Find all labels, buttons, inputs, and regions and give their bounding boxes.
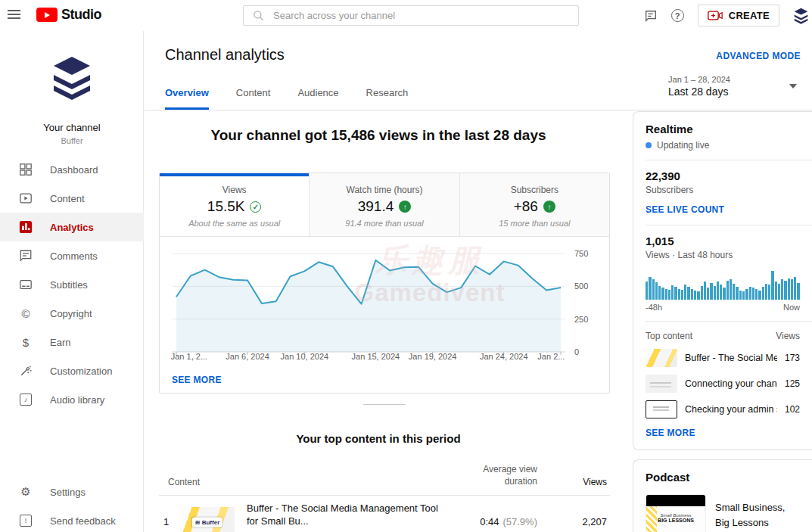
top-bar: Studio ? CREATE xyxy=(0,0,812,31)
arrow-up-icon: ↑ xyxy=(399,201,411,213)
channel-avatar[interactable] xyxy=(0,55,144,101)
video-views: 2,207 xyxy=(537,516,607,527)
video-thumbnail: ≋ Buffer xyxy=(180,507,235,532)
podcast-item[interactable]: Small Business BIG LESSONS Small Busines… xyxy=(646,494,800,532)
dollar-icon: $ xyxy=(18,334,33,350)
top-content-table: Content Average view duration Views 1 ≋ … xyxy=(159,457,610,532)
analytics-tabs: Overview Content Audience Research xyxy=(165,87,408,110)
line-chart-svg xyxy=(172,241,565,356)
analytics-header: Channel analytics ADVANCED MODE Overview… xyxy=(144,31,812,110)
youtube-play-icon xyxy=(36,8,58,22)
arrow-up-icon: ↑ xyxy=(543,201,555,213)
column-avg-duration[interactable]: Average view duration xyxy=(448,463,537,487)
views-48h-count: 1,015 xyxy=(646,235,800,247)
music-note-icon: ♪ xyxy=(18,392,33,407)
subscriber-count: 22,390 xyxy=(646,170,800,182)
copyright-icon: © xyxy=(18,306,33,321)
realtime-bar-chart xyxy=(646,269,800,300)
video-thumbnail xyxy=(646,349,677,367)
check-circle-icon: ✓ xyxy=(250,201,261,213)
views-label: Views xyxy=(776,331,800,341)
see-live-count-link[interactable]: SEE LIVE COUNT xyxy=(646,204,724,215)
magic-wand-icon xyxy=(18,363,33,378)
metric-views[interactable]: Views 15.5K✓ About the same as usual xyxy=(160,173,309,236)
top-content-label: Top content xyxy=(646,331,692,341)
subscribers-label: Subscribers xyxy=(646,185,800,195)
podcast-card: Podcast Small Business BIG LESSONS Small… xyxy=(633,459,812,532)
column-content[interactable]: Content xyxy=(168,477,448,487)
sidebar-item-earn[interactable]: $ Earn xyxy=(0,328,144,356)
metric-watch-time[interactable]: Watch time (hours) 391.4↑ 91.4 more than… xyxy=(309,173,459,236)
create-button[interactable]: CREATE xyxy=(698,5,779,26)
sidebar-item-content[interactable]: Content xyxy=(0,184,144,213)
date-range: Jan 1 – 28, 2024 xyxy=(668,75,730,84)
feedback-icon[interactable] xyxy=(644,9,658,23)
list-item[interactable]: Buffer - The Social Medi... 173 xyxy=(646,349,800,367)
comments-icon xyxy=(18,248,33,263)
podcast-title: Podcast xyxy=(646,471,800,484)
see-more-link[interactable]: SEE MORE xyxy=(160,366,234,394)
sidebar-item-comments[interactable]: Comments xyxy=(0,241,144,270)
help-icon[interactable]: ? xyxy=(671,9,684,22)
sidebar-item-send-feedback[interactable]: ! Send feedback xyxy=(0,506,144,532)
account-avatar[interactable] xyxy=(793,8,809,24)
right-panel: Realtime Updating live 22,390 Subscriber… xyxy=(633,111,812,532)
table-header: Content Average view duration Views xyxy=(159,457,610,496)
sidebar-item-analytics[interactable]: Analytics xyxy=(0,213,144,241)
tab-research[interactable]: Research xyxy=(366,87,409,110)
tab-audience[interactable]: Audience xyxy=(297,87,338,110)
gear-icon: ⚙ xyxy=(18,484,33,499)
avg-view-duration: 0:44(57.9%) xyxy=(448,516,537,527)
sidebar-nav: Dashboard Content Analytics Comments Sub… xyxy=(0,155,144,414)
menu-icon[interactable] xyxy=(8,10,20,20)
views-headline: Your channel got 15,486 views in the las… xyxy=(144,127,613,144)
list-item[interactable]: Checking your admin se... 102 xyxy=(646,400,800,418)
row-rank: 1 xyxy=(163,516,180,527)
top-content-title: Your top content in this period xyxy=(144,432,613,445)
sidebar-item-settings[interactable]: ⚙ Settings xyxy=(0,478,144,506)
realtime-card: Realtime Updating live 22,390 Subscriber… xyxy=(633,111,812,450)
realtime-title: Realtime xyxy=(646,123,800,135)
content-icon xyxy=(18,191,33,206)
advanced-mode-link[interactable]: ADVANCED MODE xyxy=(716,51,801,61)
sidebar-item-dashboard[interactable]: Dashboard xyxy=(0,155,144,184)
chevron-down-icon xyxy=(789,84,797,89)
sidebar-item-copyright[interactable]: © Copyright xyxy=(0,299,144,328)
buffer-logo-icon xyxy=(50,55,94,101)
youtube-studio-logo[interactable]: Studio xyxy=(36,7,101,23)
sidebar-footer: ⚙ Settings ! Send feedback xyxy=(0,478,144,532)
list-item[interactable]: Connecting your channe... 125 xyxy=(646,375,800,393)
analytics-icon xyxy=(18,219,33,235)
analytics-chart-card: Views 15.5K✓ About the same as usual Wat… xyxy=(159,173,610,394)
video-thumbnail xyxy=(646,375,677,393)
search-input[interactable] xyxy=(273,10,578,21)
podcast-item-title: Small Business, Big Lessons xyxy=(715,494,800,532)
studio-wordmark: Studio xyxy=(61,7,101,23)
video-thumbnail xyxy=(646,400,677,418)
tab-overview[interactable]: Overview xyxy=(165,87,209,110)
metric-subscribers[interactable]: Subscribers +86↑ 15 more than usual xyxy=(459,173,609,236)
axis-48h-label: -48h xyxy=(646,303,662,312)
section-divider xyxy=(363,404,406,405)
axis-now-label: Now xyxy=(783,303,800,312)
video-title: Buffer - The Social Media Management Too… xyxy=(247,502,440,528)
sidebar-item-customization[interactable]: Customization xyxy=(0,356,144,385)
topbar-actions: ? CREATE xyxy=(644,0,812,31)
see-more-link[interactable]: SEE MORE xyxy=(646,428,695,438)
channel-name: Your channel xyxy=(0,122,144,133)
views-48h-label: Views · Last 48 hours xyxy=(646,250,800,260)
column-views[interactable]: Views xyxy=(537,477,607,487)
live-dot-icon xyxy=(646,142,652,148)
tab-content[interactable]: Content xyxy=(236,87,271,110)
date-preset: Last 28 days xyxy=(668,86,730,98)
create-video-icon xyxy=(708,10,723,21)
sidebar-item-audio-library[interactable]: ♪ Audio library xyxy=(0,385,144,414)
table-row[interactable]: 1 ≋ Buffer Buffer - The Social Media Man… xyxy=(159,496,610,532)
channel-handle: Buffer xyxy=(0,136,144,145)
search-icon xyxy=(253,10,264,21)
main-content: Your channel got 15,486 views in the las… xyxy=(144,110,633,532)
search-bar[interactable] xyxy=(243,5,579,26)
date-range-picker[interactable]: Jan 1 – 28, 2024 Last 28 days xyxy=(668,75,797,98)
sidebar: Your channel Buffer Dashboard Content An… xyxy=(0,31,144,532)
sidebar-item-subtitles[interactable]: Subtitles xyxy=(0,270,144,299)
